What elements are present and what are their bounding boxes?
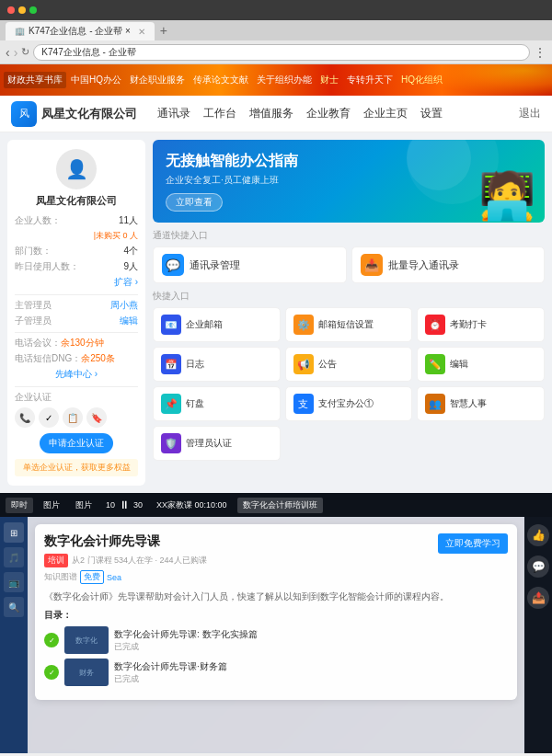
refresh-icon[interactable]: ↻ (21, 46, 29, 58)
video-tab-accounting[interactable]: 数字化会计师培训班 (237, 498, 323, 513)
nav-gongtai[interactable]: 工作台 (203, 106, 236, 121)
admin-cert-label: 管理员认证 (186, 437, 232, 450)
common-grid: 💬 通讯录管理 📥 批量导入通讯录 (153, 246, 545, 283)
dept-row: 部门数： 4个 (15, 245, 138, 258)
course-header: 数字化会计师先导课 培训 从2 门课程 534人在学 · 244人已购课 知识图… (44, 533, 508, 584)
quick-item-attendance[interactable]: ⏰ 考勤打卡 (417, 307, 545, 342)
quick-item-contacts[interactable]: 💬 通讯录管理 (153, 246, 347, 283)
nav-settings[interactable]: 设置 (420, 106, 443, 121)
new-tab-btn[interactable]: + (156, 23, 171, 40)
admin-value[interactable]: 周小燕 (110, 299, 138, 312)
tab-favicon: 🏢 (15, 27, 25, 36)
sms-row: 电话短信DNG：余250条 (15, 352, 138, 365)
browser-chrome (0, 0, 552, 20)
video-tab-tupian2[interactable]: 图片 (70, 498, 98, 513)
outline-label-2: 数字化会计师先导课·财务篇 (114, 660, 508, 673)
quick-item-admin-cert[interactable]: 🛡️ 管理员认证 (153, 426, 281, 461)
banner-cta-btn[interactable]: 立即查看 (166, 193, 223, 212)
tel-row: 电话会议：余130分钟 (15, 337, 138, 349)
attendance-icon: ⏰ (425, 315, 445, 335)
video-sidebar-icon-4[interactable]: 🔍 (4, 597, 24, 617)
nav-item-8[interactable]: HQ化组织 (397, 72, 446, 88)
back-icon[interactable]: ‹ (6, 45, 10, 60)
quick-item-disk[interactable]: 📌 钉盘 (153, 386, 281, 421)
nav-item-2[interactable]: 中国HQ办公 (67, 72, 125, 88)
outline-label-1: 数字化会计师先导课: 数字化实操篇 (114, 628, 508, 641)
nav-item-4[interactable]: 传承论文文献 (190, 72, 252, 88)
outline-item-2[interactable]: ✓ 财务 数字化会计师先导课·财务篇 已完成 (44, 659, 508, 686)
hr-icon: 👥 (425, 394, 445, 414)
tel-value: 余130分钟 (61, 338, 104, 348)
quick-item-notice[interactable]: 📢 公告 (285, 347, 413, 382)
diary-label: 日志 (186, 358, 204, 371)
sms-settings-label: 邮箱短信设置 (318, 318, 374, 331)
cert-apply-btn[interactable]: 申请企业认证 (40, 433, 113, 453)
members-label: 企业人数： (15, 214, 61, 227)
sms-settings-icon: ⚙️ (293, 315, 314, 335)
outline-item-1[interactable]: ✓ 数字化 数字化会计师先导课: 数字化实操篇 已完成 (44, 626, 508, 654)
email-label: 企业邮箱 (186, 318, 223, 331)
fast-title: 快捷入口 (153, 290, 545, 303)
video-content: ⊞ 🎵 📺 🔍 数字化会计师先导课 培训 从2 门课程 534人在学 · 244… (0, 517, 552, 753)
forward-icon[interactable]: › (14, 45, 18, 60)
video-sidebar-icon-2[interactable]: 🎵 (4, 547, 24, 567)
cert-icon-2: ✓ (39, 407, 59, 428)
browser-tab[interactable]: 🏢 K747企业信息 - 企业帮 × ✕ (6, 22, 155, 40)
nav-item-3[interactable]: 财企职业服务 (126, 72, 189, 88)
nav-item-5[interactable]: 关于组织办能 (253, 72, 316, 88)
quick-item-edit[interactable]: ✏️ 编辑 (417, 347, 545, 382)
nav-item-7[interactable]: 专转升天下 (343, 72, 397, 88)
video-sidebar-icon-1[interactable]: ⊞ (4, 522, 24, 543)
subadmin-edit[interactable]: 编辑 (120, 315, 138, 327)
nav-item-1[interactable]: 财政共享书库 (4, 72, 66, 88)
nav-homepage[interactable]: 企业主页 (363, 106, 408, 121)
menu-icon[interactable]: ⋮ (534, 45, 546, 60)
video-top-bar: 即时 图片 图片 10 ⏸ 30 XX家教课 00:10:00 数字化会计师培训… (0, 493, 552, 517)
check-icon-2: ✓ (44, 665, 59, 680)
start-learning-btn[interactable]: 立即免费学习 (438, 533, 508, 554)
nav-zenghzi[interactable]: 增值服务 (249, 106, 293, 121)
expand-btn[interactable]: 扩容 › (15, 276, 138, 289)
quick-item-sms-settings[interactable]: ⚙️ 邮箱短信设置 (285, 307, 413, 342)
comment-btn[interactable]: 💬 (527, 556, 549, 578)
video-tab-course[interactable]: XX家教课 00:10:00 (151, 498, 233, 513)
video-tab-tupian1[interactable]: 图片 (38, 498, 65, 513)
quick-item-email[interactable]: 📧 企业邮箱 (153, 307, 281, 342)
alipay-icon: 支 (293, 394, 314, 414)
share-btn[interactable]: 📤 (527, 587, 549, 609)
quick-item-hr[interactable]: 👥 智慧人事 (417, 386, 545, 421)
dept-label: 部门数： (15, 245, 52, 258)
quick-item-import[interactable]: 📥 批量导入通讯录 (351, 246, 546, 283)
outline-info-2: 数字化会计师先导课·财务篇 已完成 (114, 660, 508, 685)
cert-icons-row: 📞 ✓ 📋 🔖 (15, 407, 138, 428)
quick-item-alipay[interactable]: 支 支付宝办公① (285, 386, 413, 421)
edit-label: 编辑 (450, 358, 468, 371)
nav-tongxunlu[interactable]: 通讯录 (157, 106, 190, 121)
members-value: 11人 (119, 214, 138, 227)
tab-close-icon[interactable]: ✕ (138, 27, 145, 37)
video-sidebar-icon-3[interactable]: 📺 (4, 572, 24, 592)
nav-education[interactable]: 企业教育 (306, 106, 351, 121)
nav-item-6[interactable]: 财士 (316, 72, 342, 88)
sidebar-company-name: 凤星文化有限公司 (15, 194, 138, 208)
check-icon-1: ✓ (44, 633, 59, 647)
nav-exit[interactable]: 退出 (519, 106, 541, 121)
like-btn[interactable]: 👍 (527, 524, 549, 546)
outline-thumb-2: 财务 (64, 659, 109, 686)
disk-icon: 📌 (161, 394, 181, 414)
quick-item-diary[interactable]: 📅 日志 (153, 347, 281, 382)
subadmin-label: 子管理员 (15, 315, 52, 327)
center-link[interactable]: 先峰中心 › (15, 368, 138, 381)
notice-bar: 单选企业认证，获取更多权益 (15, 459, 138, 476)
outline-sub-2: 已完成 (114, 673, 508, 685)
video-controls-bar: 10 ⏸ 30 (106, 498, 143, 511)
pause-icon[interactable]: ⏸ (119, 498, 130, 511)
tab-bar: 🏢 K747企业信息 - 企业帮 × ✕ + (0, 20, 552, 40)
video-section: 即时 图片 图片 10 ⏸ 30 XX家教课 00:10:00 数字化会计师培训… (0, 493, 552, 753)
address-input[interactable]: K747企业信息 - 企业帮 (33, 44, 530, 61)
diary-icon: 📅 (161, 354, 181, 374)
video-tab-jieshi[interactable]: 即时 (6, 498, 33, 513)
disk-label: 钉盘 (186, 397, 204, 410)
cert-title: 企业认证 (15, 391, 138, 404)
address-bar: ‹ › ↻ K747企业信息 - 企业帮 ⋮ (0, 40, 552, 64)
